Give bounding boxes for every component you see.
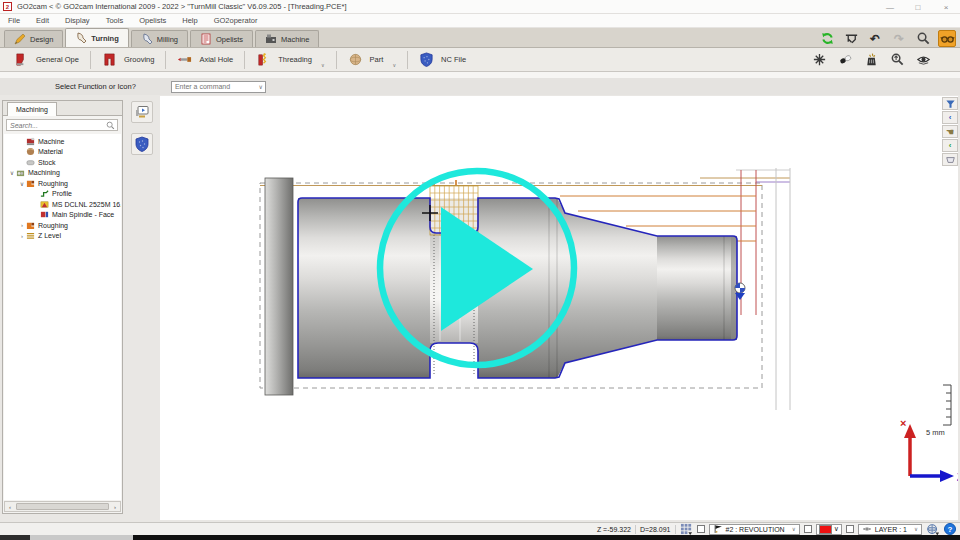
workplane-combobox[interactable]: #2 : REVOLUTION ∨ xyxy=(709,524,800,535)
ribbon-button-part[interactable]: Part ∨ xyxy=(338,50,406,70)
ribbon-button-label: Grooving xyxy=(124,55,154,64)
globe-button[interactable] xyxy=(926,524,940,535)
command-bar: Select Function or Icon? ∨ xyxy=(0,78,960,95)
menu-opelists[interactable]: Opelists xyxy=(131,14,174,27)
expander-icon[interactable]: ∨ xyxy=(8,169,16,176)
ribbon-button-threading[interactable]: Threading ∨ xyxy=(246,50,334,70)
ribbon-button-grooving[interactable]: Grooving xyxy=(92,50,164,70)
erase-button[interactable] xyxy=(836,51,854,68)
expander-icon[interactable]: › xyxy=(18,233,26,239)
command-input[interactable] xyxy=(172,83,252,90)
tab-label: Machine xyxy=(281,35,309,44)
tab-design[interactable]: Design xyxy=(4,30,63,47)
layer-combobox[interactable]: LAYER : 1 ∨ xyxy=(858,524,922,535)
filter-button[interactable] xyxy=(942,97,958,110)
maximize-button[interactable]: □ xyxy=(904,0,932,14)
tree-horizontal-scrollbar[interactable]: ‹ › xyxy=(4,501,121,512)
menu-tools[interactable]: Tools xyxy=(98,14,132,27)
tree-item-roughing-2[interactable]: › Roughing xyxy=(4,220,121,231)
ribbon-button-general-ope[interactable]: General Ope xyxy=(4,50,89,70)
viewport-canvas[interactable]: 5 mm × Z xyxy=(160,96,958,520)
machining-tree: Machine Material Stock ∨ Machining ∨ Rou… xyxy=(4,134,121,500)
dropdown-caret-icon: ∨ xyxy=(321,62,325,70)
caliper-icon xyxy=(844,31,859,46)
profile-icon xyxy=(40,189,49,198)
protection-button[interactable] xyxy=(131,133,153,155)
simulation-button[interactable] xyxy=(131,101,153,123)
bottom-edge-left xyxy=(0,535,30,540)
glasses-icon xyxy=(940,31,955,46)
tab-turning[interactable]: Turning xyxy=(65,28,128,47)
globe-icon xyxy=(926,523,940,536)
axis-indicator: × Z xyxy=(900,417,958,483)
view-glasses-button[interactable] xyxy=(938,30,956,47)
expander-icon[interactable]: ∨ xyxy=(18,180,26,187)
zoom-button[interactable] xyxy=(914,30,932,47)
menu-edit[interactable]: Edit xyxy=(28,14,57,27)
tree-item-z-level[interactable]: › Z Level xyxy=(4,231,121,242)
z-level-icon xyxy=(26,231,35,240)
grid-icon xyxy=(680,523,693,535)
zoom-extents-button[interactable] xyxy=(888,51,906,68)
tool-insert-icon xyxy=(40,200,49,209)
tree-item-material[interactable]: Material xyxy=(4,147,121,158)
menu-help[interactable]: Help xyxy=(174,14,205,27)
nc-shield-icon xyxy=(419,52,434,67)
search-input[interactable] xyxy=(7,122,106,129)
layer-checkbox[interactable] xyxy=(846,525,854,533)
simulation-monitor-icon xyxy=(134,104,150,120)
grooving-icon xyxy=(102,52,117,67)
tree-item-roughing-1[interactable]: ∨ Roughing xyxy=(4,178,121,189)
tree-item-tool-insert[interactable]: MS DCLNL 2525M 16.T00 xyxy=(4,199,121,210)
scale-ruler xyxy=(943,385,951,425)
minimize-button[interactable]: — xyxy=(876,0,904,14)
tab-machining-panel[interactable]: Machining xyxy=(7,102,57,116)
chevron-down-icon: ∨ xyxy=(834,525,839,533)
expander-icon[interactable]: › xyxy=(18,222,26,228)
cad-drawing: 5 mm × Z xyxy=(160,96,958,520)
close-button[interactable]: × xyxy=(932,0,960,14)
machining-node-icon xyxy=(16,168,25,177)
regenerate-button[interactable] xyxy=(818,30,836,47)
tree-item-label: Profile xyxy=(52,190,72,197)
tree-item-machine[interactable]: Machine xyxy=(4,136,121,147)
grid-checkbox[interactable] xyxy=(697,525,705,533)
menu-file[interactable]: File xyxy=(0,14,28,27)
ribbon-button-nc-file[interactable]: NC File xyxy=(409,50,476,70)
collapse-green-button[interactable]: ‹ xyxy=(942,139,958,152)
tree-item-machining[interactable]: ∨ Machining xyxy=(4,168,121,179)
tree-search-box[interactable] xyxy=(6,119,118,131)
tree-item-profile[interactable]: Profile xyxy=(4,189,121,200)
sync-arrows-icon xyxy=(820,31,835,46)
ribbon-separator xyxy=(336,51,337,69)
material-icon xyxy=(26,147,35,156)
ribbon-button-axial-hole[interactable]: Axial Hole xyxy=(167,50,243,70)
tree-item-main-spindle-face[interactable]: Main Spindle - Face xyxy=(4,210,121,221)
workplane-checkbox[interactable] xyxy=(804,525,812,533)
undo-button[interactable]: ↶ xyxy=(866,30,884,47)
dynamic-view-button[interactable] xyxy=(914,51,932,68)
tab-milling[interactable]: Milling xyxy=(131,30,188,47)
clean-regenerate-button[interactable] xyxy=(862,51,880,68)
help-button[interactable]: ? xyxy=(944,523,956,535)
tab-machine[interactable]: Machine xyxy=(255,30,319,47)
tab-opelists[interactable]: Opelists xyxy=(190,30,253,47)
command-combobox[interactable]: ∨ xyxy=(171,81,266,93)
collapse-blue-button[interactable]: ‹ xyxy=(942,111,958,124)
chuck-jaw xyxy=(265,178,293,395)
grid-toggle-button[interactable] xyxy=(680,524,693,535)
scrollbar-thumb[interactable] xyxy=(16,503,109,510)
measure-button[interactable] xyxy=(842,30,860,47)
color-picker[interactable]: ∨ xyxy=(816,524,842,535)
tool-settings-button[interactable] xyxy=(810,51,828,68)
tray-button[interactable] xyxy=(942,153,958,166)
menu-display[interactable]: Display xyxy=(57,14,98,27)
redo-button[interactable]: ↷ xyxy=(890,30,908,47)
menu-go2operator[interactable]: GO2operator xyxy=(206,14,266,27)
scroll-right-arrow[interactable]: › xyxy=(110,504,120,510)
tree-item-label: Machine xyxy=(38,138,64,145)
shield-icon xyxy=(134,136,150,152)
tree-item-stock[interactable]: Stock xyxy=(4,157,121,168)
scroll-left-arrow[interactable]: ‹ xyxy=(5,504,15,510)
hand-pick-button[interactable]: ☚ xyxy=(942,125,958,138)
